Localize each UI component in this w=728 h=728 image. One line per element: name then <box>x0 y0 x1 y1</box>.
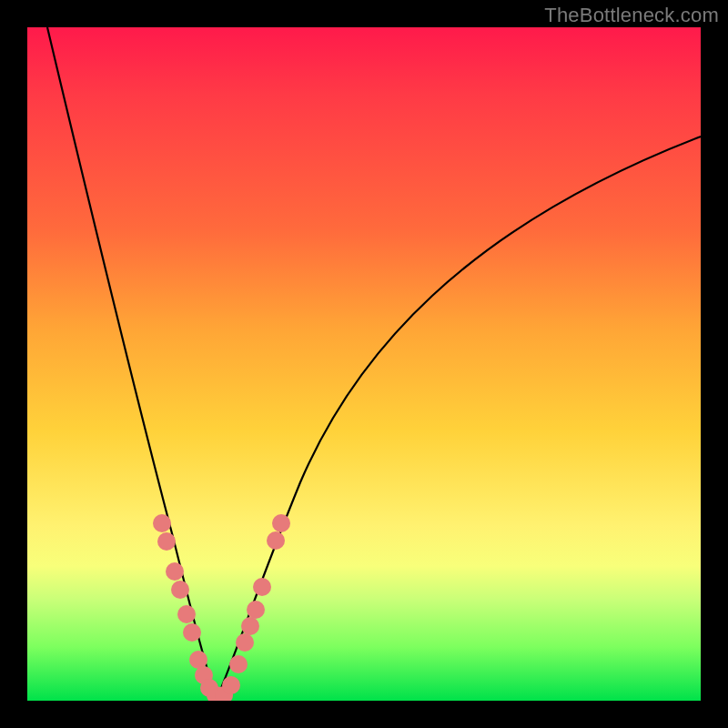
svg-point-13 <box>236 633 254 652</box>
highlight-dots <box>153 514 290 701</box>
watermark-text: TheBottleneck.com <box>544 4 719 27</box>
svg-point-14 <box>241 617 259 635</box>
svg-point-5 <box>183 623 201 642</box>
plot-area <box>27 27 701 701</box>
svg-point-18 <box>272 514 290 532</box>
svg-point-15 <box>247 601 265 619</box>
svg-point-2 <box>166 562 184 581</box>
svg-point-11 <box>222 676 240 694</box>
svg-point-12 <box>229 655 248 673</box>
svg-point-3 <box>171 581 189 599</box>
svg-point-6 <box>189 651 207 669</box>
chart-frame: TheBottleneck.com <box>0 0 728 728</box>
curve-right <box>217 136 701 699</box>
svg-point-0 <box>153 514 171 532</box>
svg-point-4 <box>177 605 196 623</box>
svg-point-16 <box>253 578 271 596</box>
bottleneck-curve <box>27 27 701 701</box>
svg-point-17 <box>267 531 285 550</box>
svg-point-1 <box>157 532 176 551</box>
curve-left <box>47 27 217 699</box>
